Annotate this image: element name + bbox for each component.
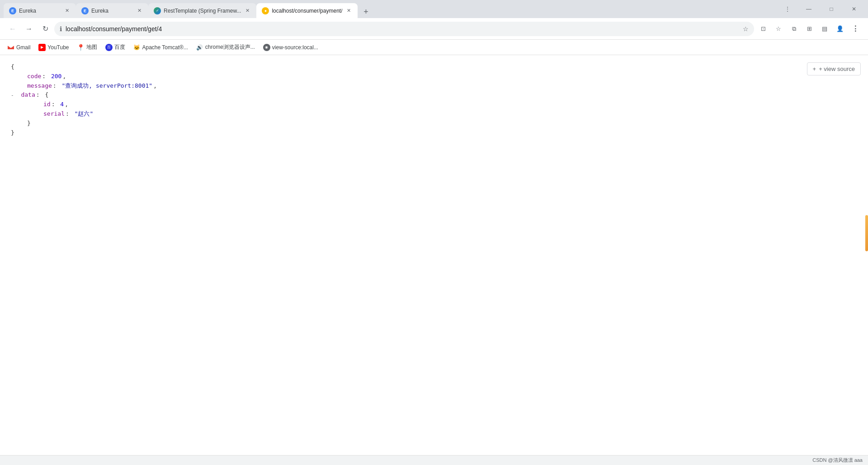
json-comma-id: , [65,100,68,109]
json-viewer: { code : 200 , message : "查询成功, serverPo… [0,55,868,145]
bookmark-viewsource[interactable]: ◉ view-source:local... [259,42,322,53]
close-button[interactable]: ✕ [844,2,864,16]
profile-button[interactable]: 👤 [833,22,847,36]
bookmark-baidu[interactable]: 百 百度 [102,42,129,53]
back-button[interactable]: ← [5,22,20,36]
window-controls: — □ ✕ [798,2,864,16]
sidebar-button[interactable]: ▤ [817,22,832,36]
json-line-close: } [11,128,857,138]
json-colon-code: : [42,72,46,81]
tab-favicon-eureka-1: E [9,7,16,14]
maximize-button[interactable]: □ [821,2,842,16]
view-source-plus-icon: + [813,66,816,72]
tab-favicon-eureka-2: E [81,7,89,14]
bookmark-map[interactable]: 📍 地图 [74,42,101,53]
json-value-serial: "赵六" [75,109,94,119]
json-value-message: "查询成功, serverPort:8001" [61,81,152,91]
page-content: + + view source { code : 200 , message : [0,55,868,455]
cast-button[interactable]: ⊡ [756,22,770,36]
bookmark-chrome[interactable]: 🔊 chrome浏览器设声... [193,42,259,53]
json-key-code: code [27,72,41,81]
json-key-data: data [21,90,35,100]
tab-title-eureka-1: Eureka [19,8,61,14]
bookmark-label-tomcat: Apache Tomcat®... [142,44,188,51]
bookmark-label-baidu: 百度 [114,43,125,51]
security-icon: ℹ [60,25,62,33]
bookmark-tomcat[interactable]: 🐱 Apache Tomcat®... [130,42,192,53]
json-line-code: code : 200 , [11,72,857,81]
bookmark-label-viewsource: view-source:local... [272,44,318,51]
json-colon-message: : [53,81,57,91]
json-comma-code: , [62,72,66,81]
tab-close-4[interactable]: ✕ [345,7,352,14]
bookmark-star-icon[interactable]: ☆ [743,25,749,33]
bookmark-label-map: 地图 [86,43,97,51]
json-key-message: message [27,81,52,91]
minimize-button[interactable]: — [798,2,819,16]
json-line-message: message : "查询成功, serverPort:8001" , [11,81,857,91]
tab-close-3[interactable]: ✕ [244,7,251,14]
bookmark-favicon-baidu: 百 [105,44,113,51]
bookmark-label-gmail: Gmail [16,44,30,51]
json-open-brace: { [11,62,14,72]
status-bar: CSDN @清风微凛 aaa [0,455,868,465]
collapse-data-button[interactable]: - [11,91,14,99]
tab-favicon-localhost: ● [262,7,269,14]
json-value-id: 4 [60,100,64,109]
address-bar[interactable]: ℹ localhost/consumer/payment/get/4 ☆ [54,22,754,36]
reload-button[interactable]: ↻ [38,22,52,36]
bookmark-button[interactable]: ☆ [771,22,786,36]
view-source-label: + view source [819,66,855,72]
tab-close-1[interactable]: ✕ [63,7,71,14]
title-bar: E Eureka ✕ E Eureka ✕ ✓ RestTemplate (Sp… [0,0,868,18]
tab-menu-button[interactable]: ⋮ [780,2,795,16]
status-bar-text: CSDN @清风微凛 aaa [812,457,863,464]
json-colon-serial: : [66,109,69,119]
bookmark-label-youtube: YouTube [47,44,69,51]
tab-title-eureka-2: Eureka [91,8,133,14]
tab-localhost[interactable]: ● localhost/consumer/payment/ ✕ [256,3,358,18]
bookmark-favicon-map: 📍 [77,44,85,51]
json-line-data: - data : { [11,90,857,100]
bookmark-favicon-gmail [7,44,14,51]
json-colon-id: : [52,100,55,109]
tab-close-2[interactable]: ✕ [136,7,143,14]
extensions-button[interactable]: ⧉ [787,22,801,36]
json-colon-data: : [36,90,40,100]
browser-frame: E Eureka ✕ E Eureka ✕ ✓ RestTemplate (Sp… [0,0,868,465]
json-line-data-close: } [11,119,857,128]
forward-button[interactable]: → [22,22,36,36]
toolbar-right: ⊡ ☆ ⧉ ⊞ ▤ 👤 ⋮ [756,22,863,36]
tab-search-button[interactable]: ⊞ [802,22,816,36]
address-text: localhost/consumer/payment/get/4 [66,25,739,33]
tab-favicon-resttemplate: ✓ [154,7,161,14]
bookmark-label-chrome: chrome浏览器设声... [205,43,255,51]
bookmarks-bar: Gmail ▶ YouTube 📍 地图 百 百度 🐱 Apache Tomca… [0,40,868,55]
bookmark-favicon-tomcat: 🐱 [133,44,141,51]
json-close-brace: } [11,128,14,138]
tabs-area: E Eureka ✕ E Eureka ✕ ✓ RestTemplate (Sp… [4,0,780,18]
bookmark-favicon-viewsource: ◉ [263,44,270,51]
bookmark-favicon-youtube: ▶ [38,44,46,51]
json-data-close-brace: } [27,119,31,128]
toolbar: ← → ↻ ℹ localhost/consumer/payment/get/4… [0,18,868,40]
view-source-button[interactable]: + + view source [807,62,861,75]
bookmark-youtube[interactable]: ▶ YouTube [35,42,72,53]
json-comma-message: , [153,81,157,91]
tab-title-resttemplate: RestTemplate (Spring Framew... [164,8,241,14]
json-key-id: id [43,100,51,109]
menu-button[interactable]: ⋮ [848,22,863,36]
tab-eureka-1[interactable]: E Eureka ✕ [4,3,76,18]
tab-title-localhost: localhost/consumer/payment/ [272,8,342,14]
scrollbar-indicator[interactable] [865,215,868,251]
json-data-open-brace: { [45,90,48,100]
json-line-open: { [11,62,857,72]
tab-resttemplate[interactable]: ✓ RestTemplate (Spring Framew... ✕ [148,3,256,18]
json-line-serial: serial : "赵六" [11,109,857,119]
bookmark-gmail[interactable]: Gmail [4,42,34,53]
json-key-serial: serial [43,109,65,119]
new-tab-button[interactable]: + [359,5,372,18]
bookmark-favicon-chrome: 🔊 [196,44,203,51]
tab-eureka-2[interactable]: E Eureka ✕ [76,3,148,18]
json-line-id: id : 4 , [11,100,857,109]
